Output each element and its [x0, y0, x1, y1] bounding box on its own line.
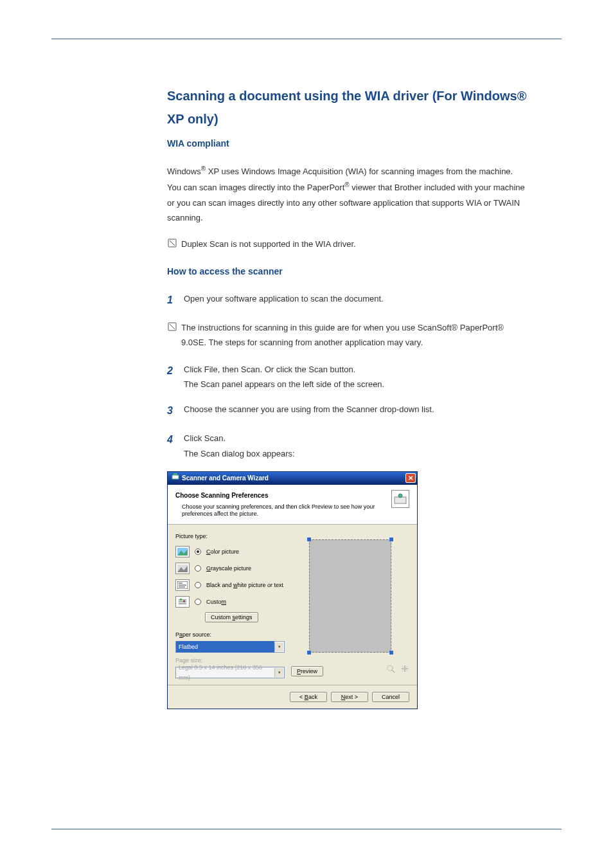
step-2-text: Click File, then Scan. Or click the Scan…: [184, 362, 384, 392]
back-button[interactable]: < Back: [290, 692, 327, 702]
custom-picture-label: Custom: [206, 597, 226, 607]
note-icon: [167, 321, 177, 332]
crop-handle[interactable]: [389, 651, 393, 655]
page-size-value: Legal 8.5 x 14 inches (216 x 356 mm): [176, 662, 274, 683]
svg-point-19: [387, 665, 393, 671]
titlebar-icon: [172, 473, 179, 484]
step-1-text: Open your software application to scan t…: [184, 291, 384, 310]
svg-rect-18: [183, 601, 185, 602]
bw-picture-label: Black and white picture or text: [206, 580, 283, 590]
paper-source-value: Flatbed: [176, 641, 274, 653]
picture-type-label: Picture type:: [175, 531, 285, 541]
svg-rect-2: [172, 475, 179, 479]
custom-picture-icon: [175, 596, 190, 608]
svg-rect-3: [173, 473, 177, 475]
paper-source-label: Paper source:: [175, 629, 285, 640]
intro-paragraph: Windows® XP uses Windows Image Acquisiti…: [167, 163, 527, 225]
next-button[interactable]: Next >: [331, 692, 368, 702]
registered-mark: ®: [344, 181, 349, 188]
wizard-header-icon: [391, 490, 409, 508]
subheading-access-scanner: How to access the scanner: [167, 264, 527, 280]
bw-picture-icon: [175, 579, 190, 591]
window-title: Scanner and Camera Wizard: [182, 473, 269, 484]
custom-settings-button[interactable]: Custom settings: [205, 612, 258, 622]
close-button[interactable]: ✕: [405, 473, 416, 483]
close-icon: ✕: [408, 473, 413, 484]
note-icon: [167, 238, 177, 248]
scanner-wizard-dialog: Scanner and Camera Wizard ✕ Choose Scann…: [167, 471, 418, 709]
page-size-dropdown: Legal 8.5 x 14 inches (216 x 356 mm) ▾: [175, 667, 285, 678]
titlebar[interactable]: Scanner and Camera Wizard ✕: [168, 472, 417, 485]
color-picture-label: CColor pictureolor picture: [206, 547, 239, 557]
subheading-wia-compliant: WIA compliant: [167, 136, 527, 152]
wizard-subheading: Choose your scanning preferences, and th…: [175, 503, 391, 518]
cancel-button[interactable]: Cancel: [372, 692, 409, 702]
grayscale-picture-radio[interactable]: [195, 565, 201, 572]
svg-line-20: [392, 670, 395, 673]
crop-handle[interactable]: [307, 651, 311, 655]
grayscale-picture-icon: [175, 563, 190, 574]
top-divider: [51, 39, 562, 39]
note-text: Duplex Scan is not supported in the WIA …: [181, 237, 356, 251]
preview-canvas[interactable]: [309, 539, 391, 653]
enlarge-icon[interactable]: [400, 664, 409, 678]
wizard-heading: Choose Scanning Preferences: [175, 490, 391, 502]
step-4-text: Click Scan. The Scan dialog box appears:: [184, 431, 295, 461]
step-number: 2: [167, 362, 176, 392]
bw-picture-radio[interactable]: [195, 582, 201, 588]
preview-area: [291, 531, 409, 660]
preview-button[interactable]: Preview: [291, 666, 323, 676]
color-picture-radio[interactable]: [195, 548, 201, 555]
step-number: 1: [167, 291, 176, 310]
step-3-text: Choose the scanner you are using from th…: [184, 402, 434, 420]
zoom-icon[interactable]: [386, 664, 395, 678]
note-2-text: The instructions for scanning in this gu…: [181, 320, 527, 350]
custom-picture-radio[interactable]: [195, 599, 201, 605]
page-heading: Scanning a document using the WIA driver…: [167, 84, 527, 131]
bottom-divider: [51, 829, 562, 829]
step-number: 3: [167, 402, 176, 420]
chevron-down-icon: ▾: [274, 668, 283, 677]
crop-handle[interactable]: [389, 538, 393, 541]
svg-rect-17: [180, 599, 182, 601]
chevron-down-icon: ▾: [274, 642, 283, 651]
svg-point-5: [398, 494, 402, 498]
color-picture-icon: [175, 546, 190, 557]
step-number: 4: [167, 431, 176, 461]
paper-source-dropdown[interactable]: Flatbed ▾: [175, 641, 285, 653]
grayscale-picture-label: Grayscale picture: [206, 563, 251, 574]
crop-handle[interactable]: [307, 538, 311, 541]
